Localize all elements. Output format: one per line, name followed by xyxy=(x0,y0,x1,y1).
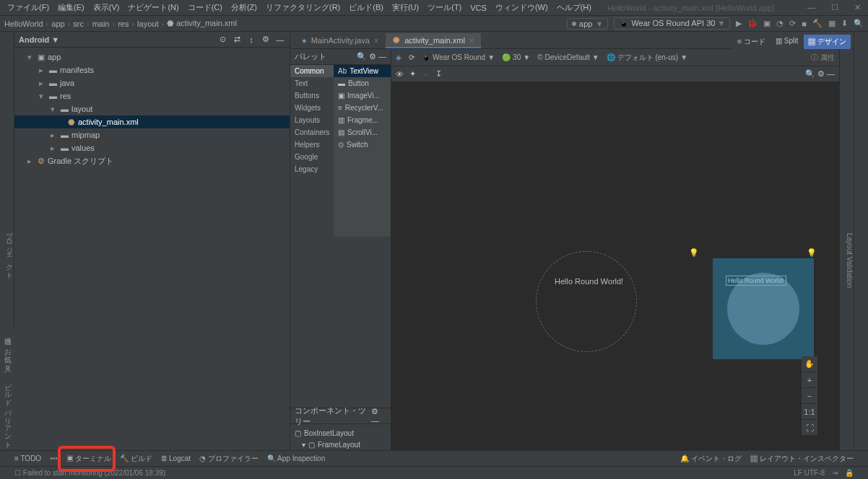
menu-refactor[interactable]: リファクタリング(R) xyxy=(263,2,343,13)
close-icon[interactable]: ✕ xyxy=(851,3,864,12)
menu-window[interactable]: ウィンドウ(W) xyxy=(492,2,551,13)
gear-icon[interactable]: ⚙ xyxy=(371,407,378,416)
menu-vcs[interactable]: VCS xyxy=(467,4,490,12)
debug-button[interactable]: 🐞 xyxy=(747,19,758,28)
menu-view[interactable]: 表示(V) xyxy=(90,2,123,13)
run-config-selector[interactable]: app▼ xyxy=(567,18,608,30)
hide-icon[interactable]: — xyxy=(378,52,386,61)
zoom-reset-button[interactable]: 1:1 xyxy=(802,404,817,420)
wand-icon[interactable]: ✦ xyxy=(409,69,416,79)
menu-navigate[interactable]: ナビゲート(N) xyxy=(125,2,181,13)
expand-icon[interactable]: ⇄ xyxy=(232,35,242,45)
palette-cat-containers[interactable]: Containers xyxy=(290,126,334,139)
menu-help[interactable]: ヘルプ(H) xyxy=(554,2,594,13)
device-selector[interactable]: 📱 Wear OS Round API 30 ▼ xyxy=(614,17,730,30)
hide-icon[interactable]: — xyxy=(275,35,285,45)
design-canvas[interactable]: ◈ ⟳ 📱 Wear OS Round ▼ 🟢 30 ▼ © DeviceDef… xyxy=(391,49,839,465)
crumb-4[interactable]: res xyxy=(118,19,129,28)
blueprint-textview[interactable]: Hello Round World! xyxy=(726,276,786,286)
collapse-icon[interactable]: ↕ xyxy=(246,35,256,45)
menu-code[interactable]: コード(C) xyxy=(185,2,225,13)
profile-button[interactable]: ◔ xyxy=(776,19,784,28)
node-java[interactable]: java xyxy=(60,79,74,87)
palette-item-switch[interactable]: ⊙Switch xyxy=(334,139,391,151)
gear-icon[interactable]: ⚙ xyxy=(369,52,376,61)
palette-item-fragment[interactable]: ▥Fragme... xyxy=(334,114,391,126)
palette-item-imageview[interactable]: ▣ImageVi... xyxy=(334,89,391,102)
palette-item-scrollview[interactable]: ▤ScrollVi... xyxy=(334,126,391,139)
node-app[interactable]: app xyxy=(48,53,61,61)
select-file-icon[interactable]: ⊙ xyxy=(217,35,227,45)
gear-icon[interactable]: ⚙ xyxy=(261,35,271,45)
tab-project[interactable]: プロジェクト xyxy=(4,227,14,275)
tab-mainactivity[interactable]: ●MainActivity.java× xyxy=(295,34,386,48)
close-tab-icon[interactable]: × xyxy=(374,36,378,45)
node-values[interactable]: values xyxy=(71,144,95,152)
view-mode-code[interactable]: ≡ コード xyxy=(733,35,770,49)
palette-cat-widgets[interactable]: Widgets xyxy=(290,102,334,114)
ct-boxinset[interactable]: BoxInsetLayout xyxy=(304,429,354,437)
tool-profiler[interactable]: ◔ プロファイラー xyxy=(199,454,259,464)
palette-cat-common[interactable]: Common xyxy=(290,65,334,77)
tab-activity-main[interactable]: ⬣activity_main.xml× xyxy=(386,33,481,48)
tab-build-variants[interactable]: ビルド バリアント xyxy=(2,379,12,444)
tab-favorites[interactable]: お気に入り xyxy=(2,343,12,367)
crumb-6[interactable]: ⬣ activity_main.xml xyxy=(167,19,237,28)
stop-button[interactable]: ■ xyxy=(802,19,807,28)
attach-button[interactable]: ⟳ xyxy=(789,19,796,28)
node-mipmap[interactable]: mipmap xyxy=(71,131,100,139)
menu-analyze[interactable]: 分析(Z) xyxy=(228,2,260,13)
api-dropdown[interactable]: 🟢 30 ▼ xyxy=(502,53,530,61)
search-icon[interactable]: 🔍 xyxy=(805,69,815,78)
device-dropdown[interactable]: 📱 Wear OS Round ▼ xyxy=(422,53,495,61)
pan-button[interactable]: ✋ xyxy=(802,356,817,372)
menu-tools[interactable]: ツール(T) xyxy=(425,2,464,13)
close-tab-icon[interactable]: × xyxy=(469,36,474,45)
zoom-in-button[interactable]: + xyxy=(802,372,817,388)
locale-dropdown[interactable]: 🌐 デフォルト (en-us) ▼ xyxy=(607,53,687,63)
palette-cat-google[interactable]: Google xyxy=(290,151,334,163)
status-indent[interactable]: ⇥ xyxy=(832,469,838,477)
view-mode-split[interactable]: ▥ Split xyxy=(771,35,802,49)
minimize-icon[interactable]: — xyxy=(804,3,818,12)
avd-button[interactable]: ▦ xyxy=(828,19,836,28)
palette-item-button[interactable]: ▬Button xyxy=(334,77,391,89)
gear-icon[interactable]: ⚙ xyxy=(817,69,825,78)
hint-bulb-icon[interactable]: 💡 xyxy=(689,248,699,258)
hide-icon[interactable]: — xyxy=(827,69,835,78)
node-manifests[interactable]: manifests xyxy=(60,66,94,74)
project-tree[interactable]: ▾▣app ▸▬manifests ▸▬java ▾▬res ▾▬layout … xyxy=(14,48,290,170)
palette-cat-helpers[interactable]: Helpers xyxy=(290,139,334,151)
node-layout[interactable]: layout xyxy=(71,105,92,113)
palette-item-textview[interactable]: AbTextView xyxy=(334,65,391,77)
node-gradle[interactable]: Gradle スクリプト xyxy=(48,156,113,167)
sdk-button[interactable]: ⬇ xyxy=(841,19,848,28)
eye-icon[interactable]: 👁 xyxy=(396,70,404,79)
menu-run[interactable]: 実行(U) xyxy=(389,2,422,13)
tooltip-icon[interactable]: ↧ xyxy=(435,69,442,79)
zoom-fit-button[interactable]: ⛶ xyxy=(802,420,817,436)
run-button[interactable]: ▶ xyxy=(736,19,742,28)
tool-layout-inspector[interactable]: ▦ レイアウト・インスペクター xyxy=(750,454,854,464)
zoom-out-button[interactable]: − xyxy=(802,388,817,404)
crumb-1[interactable]: app xyxy=(51,19,64,28)
node-res[interactable]: res xyxy=(60,92,71,100)
view-mode-design[interactable]: ▦ デザイン xyxy=(804,35,851,49)
status-lock-icon[interactable]: 🔒 xyxy=(845,469,854,477)
menu-edit[interactable]: 編集(E) xyxy=(55,2,87,13)
crumb-2[interactable]: src xyxy=(73,19,84,28)
orientation-icon[interactable]: ⟳ xyxy=(409,53,415,61)
crumb-0[interactable]: HelloWorld xyxy=(4,19,43,28)
palette-cat-text[interactable]: Text xyxy=(290,77,334,89)
maximize-icon[interactable]: ☐ xyxy=(828,3,841,12)
hint-bulb-icon[interactable]: 💡 xyxy=(807,248,817,258)
design-surface-preview[interactable] xyxy=(536,251,637,352)
ct-framelayout[interactable]: FrameLayout xyxy=(318,441,360,449)
crumb-3[interactable]: main xyxy=(92,19,110,28)
menu-build[interactable]: ビルド(B) xyxy=(346,2,386,13)
surface-icon[interactable]: ◈ xyxy=(396,53,402,61)
theme-dropdown[interactable]: © DeviceDefault ▼ xyxy=(537,53,599,61)
status-encoding[interactable]: LF UTF-8 xyxy=(794,469,825,477)
tab-layout-validation[interactable]: Layout Validation xyxy=(846,233,854,288)
tool-build[interactable]: 🔨 ビルド xyxy=(120,454,152,464)
